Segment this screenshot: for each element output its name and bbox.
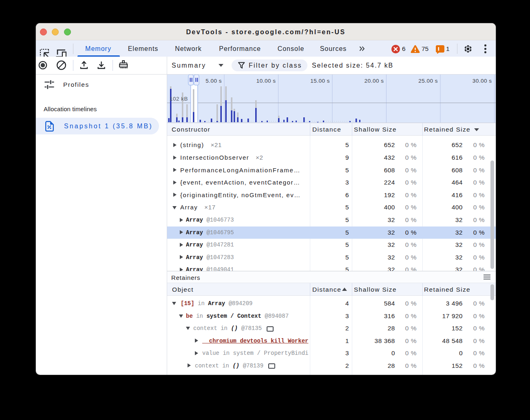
svg-text:10.00 s: 10.00 s (256, 78, 276, 84)
svg-text:20.00 s: 20.00 s (364, 78, 384, 84)
svg-text:5.00 s: 5.00 s (205, 78, 222, 84)
svg-text:102 kB: 102 kB (170, 96, 188, 102)
svg-text:15.00 s: 15.00 s (310, 78, 330, 84)
svg-text:25.00 s: 25.00 s (418, 78, 438, 84)
svg-text:30.00 s: 30.00 s (473, 78, 492, 84)
